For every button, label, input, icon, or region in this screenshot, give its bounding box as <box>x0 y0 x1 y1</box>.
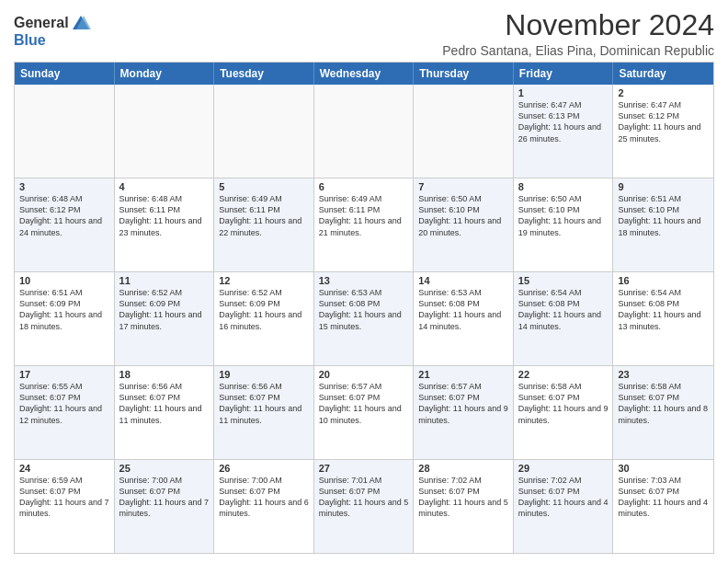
cell-info: Sunrise: 6:52 AM Sunset: 6:09 PM Dayligh… <box>119 287 210 332</box>
cell-info: Sunrise: 6:48 AM Sunset: 6:12 PM Dayligh… <box>19 193 109 238</box>
page: General Blue November 2024 Pedro Santana… <box>0 0 728 563</box>
calendar-row-2: 10Sunrise: 6:51 AM Sunset: 6:09 PM Dayli… <box>15 272 713 366</box>
calendar-cell: 27Sunrise: 7:01 AM Sunset: 6:07 PM Dayli… <box>314 460 415 553</box>
title-block: November 2024 Pedro Santana, Elias Pina,… <box>442 9 714 58</box>
day-number: 15 <box>518 275 609 286</box>
cell-info: Sunrise: 6:59 AM Sunset: 6:07 PM Dayligh… <box>19 475 109 520</box>
calendar-cell: 5Sunrise: 6:49 AM Sunset: 6:11 PM Daylig… <box>214 178 314 271</box>
calendar-cell: 24Sunrise: 6:59 AM Sunset: 6:07 PM Dayli… <box>15 460 115 553</box>
calendar-cell <box>414 85 514 178</box>
calendar-row-0: 1Sunrise: 6:47 AM Sunset: 6:13 PM Daylig… <box>15 85 713 178</box>
cell-info: Sunrise: 6:55 AM Sunset: 6:07 PM Dayligh… <box>19 381 109 426</box>
cell-info: Sunrise: 6:54 AM Sunset: 6:08 PM Dayligh… <box>518 287 609 332</box>
calendar-cell: 12Sunrise: 6:52 AM Sunset: 6:09 PM Dayli… <box>214 272 314 365</box>
calendar-cell: 10Sunrise: 6:51 AM Sunset: 6:09 PM Dayli… <box>15 272 115 365</box>
day-number: 2 <box>618 87 709 98</box>
calendar-body: 1Sunrise: 6:47 AM Sunset: 6:13 PM Daylig… <box>15 85 713 553</box>
cell-info: Sunrise: 6:58 AM Sunset: 6:07 PM Dayligh… <box>618 381 709 426</box>
calendar-cell: 25Sunrise: 7:00 AM Sunset: 6:07 PM Dayli… <box>115 460 215 553</box>
calendar: SundayMondayTuesdayWednesdayThursdayFrid… <box>14 62 714 554</box>
logo-blue-text: Blue <box>14 33 46 48</box>
calendar-row-1: 3Sunrise: 6:48 AM Sunset: 6:12 PM Daylig… <box>15 178 713 272</box>
day-number: 7 <box>418 181 508 192</box>
header-day-sunday: Sunday <box>15 63 115 85</box>
cell-info: Sunrise: 7:00 AM Sunset: 6:07 PM Dayligh… <box>119 475 210 520</box>
cell-info: Sunrise: 6:47 AM Sunset: 6:12 PM Dayligh… <box>618 99 709 144</box>
day-number: 21 <box>418 369 508 380</box>
header-day-wednesday: Wednesday <box>314 63 415 85</box>
calendar-cell: 19Sunrise: 6:56 AM Sunset: 6:07 PM Dayli… <box>214 366 314 459</box>
calendar-header: SundayMondayTuesdayWednesdayThursdayFrid… <box>15 63 713 85</box>
day-number: 28 <box>418 463 508 474</box>
location-title: Pedro Santana, Elias Pina, Dominican Rep… <box>442 43 714 58</box>
day-number: 19 <box>219 369 309 380</box>
calendar-cell <box>214 85 314 178</box>
calendar-cell: 17Sunrise: 6:55 AM Sunset: 6:07 PM Dayli… <box>15 366 115 459</box>
calendar-cell <box>15 85 115 178</box>
calendar-cell: 26Sunrise: 7:00 AM Sunset: 6:07 PM Dayli… <box>214 460 314 553</box>
day-number: 9 <box>618 181 709 192</box>
cell-info: Sunrise: 6:50 AM Sunset: 6:10 PM Dayligh… <box>518 193 609 238</box>
header-day-tuesday: Tuesday <box>214 63 314 85</box>
calendar-cell: 14Sunrise: 6:53 AM Sunset: 6:08 PM Dayli… <box>414 272 514 365</box>
header-day-friday: Friday <box>514 63 614 85</box>
logo-icon <box>71 13 91 33</box>
cell-info: Sunrise: 6:47 AM Sunset: 6:13 PM Dayligh… <box>518 99 609 144</box>
day-number: 11 <box>119 275 210 286</box>
day-number: 16 <box>618 275 709 286</box>
cell-info: Sunrise: 7:02 AM Sunset: 6:07 PM Dayligh… <box>518 475 609 520</box>
cell-info: Sunrise: 6:57 AM Sunset: 6:07 PM Dayligh… <box>418 381 508 426</box>
calendar-cell: 18Sunrise: 6:56 AM Sunset: 6:07 PM Dayli… <box>115 366 215 459</box>
calendar-cell: 16Sunrise: 6:54 AM Sunset: 6:08 PM Dayli… <box>613 272 713 365</box>
logo: General Blue <box>14 13 91 48</box>
day-number: 27 <box>319 463 409 474</box>
calendar-cell: 28Sunrise: 7:02 AM Sunset: 6:07 PM Dayli… <box>414 460 514 553</box>
cell-info: Sunrise: 6:56 AM Sunset: 6:07 PM Dayligh… <box>119 381 210 426</box>
day-number: 13 <box>319 275 409 286</box>
cell-info: Sunrise: 6:53 AM Sunset: 6:08 PM Dayligh… <box>319 287 409 332</box>
calendar-cell: 21Sunrise: 6:57 AM Sunset: 6:07 PM Dayli… <box>414 366 514 459</box>
cell-info: Sunrise: 6:49 AM Sunset: 6:11 PM Dayligh… <box>219 193 309 238</box>
cell-info: Sunrise: 6:49 AM Sunset: 6:11 PM Dayligh… <box>319 193 409 238</box>
calendar-cell: 11Sunrise: 6:52 AM Sunset: 6:09 PM Dayli… <box>115 272 215 365</box>
calendar-cell: 6Sunrise: 6:49 AM Sunset: 6:11 PM Daylig… <box>314 178 415 271</box>
header-day-monday: Monday <box>115 63 215 85</box>
cell-info: Sunrise: 6:58 AM Sunset: 6:07 PM Dayligh… <box>518 381 609 426</box>
day-number: 24 <box>19 463 109 474</box>
calendar-cell: 4Sunrise: 6:48 AM Sunset: 6:11 PM Daylig… <box>115 178 215 271</box>
calendar-cell: 20Sunrise: 6:57 AM Sunset: 6:07 PM Dayli… <box>314 366 415 459</box>
day-number: 26 <box>219 463 309 474</box>
calendar-cell: 9Sunrise: 6:51 AM Sunset: 6:10 PM Daylig… <box>613 178 713 271</box>
cell-info: Sunrise: 6:52 AM Sunset: 6:09 PM Dayligh… <box>219 287 309 332</box>
calendar-row-4: 24Sunrise: 6:59 AM Sunset: 6:07 PM Dayli… <box>15 460 713 553</box>
header-day-thursday: Thursday <box>414 63 514 85</box>
calendar-cell: 8Sunrise: 6:50 AM Sunset: 6:10 PM Daylig… <box>514 178 614 271</box>
day-number: 18 <box>119 369 210 380</box>
day-number: 30 <box>618 463 709 474</box>
calendar-cell: 22Sunrise: 6:58 AM Sunset: 6:07 PM Dayli… <box>514 366 614 459</box>
calendar-cell <box>314 85 415 178</box>
day-number: 25 <box>119 463 210 474</box>
day-number: 10 <box>19 275 109 286</box>
cell-info: Sunrise: 6:54 AM Sunset: 6:08 PM Dayligh… <box>618 287 709 332</box>
day-number: 6 <box>319 181 409 192</box>
calendar-cell: 3Sunrise: 6:48 AM Sunset: 6:12 PM Daylig… <box>15 178 115 271</box>
calendar-cell: 1Sunrise: 6:47 AM Sunset: 6:13 PM Daylig… <box>514 85 614 178</box>
cell-info: Sunrise: 7:01 AM Sunset: 6:07 PM Dayligh… <box>319 475 409 520</box>
calendar-cell: 2Sunrise: 6:47 AM Sunset: 6:12 PM Daylig… <box>613 85 713 178</box>
day-number: 3 <box>19 181 109 192</box>
calendar-cell: 13Sunrise: 6:53 AM Sunset: 6:08 PM Dayli… <box>314 272 415 365</box>
day-number: 4 <box>119 181 210 192</box>
header-day-saturday: Saturday <box>613 63 713 85</box>
cell-info: Sunrise: 7:00 AM Sunset: 6:07 PM Dayligh… <box>219 475 309 520</box>
cell-info: Sunrise: 7:03 AM Sunset: 6:07 PM Dayligh… <box>618 475 709 520</box>
day-number: 1 <box>518 87 609 98</box>
day-number: 8 <box>518 181 609 192</box>
day-number: 22 <box>518 369 609 380</box>
day-number: 5 <box>219 181 309 192</box>
day-number: 14 <box>418 275 508 286</box>
day-number: 17 <box>19 369 109 380</box>
cell-info: Sunrise: 6:51 AM Sunset: 6:09 PM Dayligh… <box>19 287 109 332</box>
calendar-cell: 23Sunrise: 6:58 AM Sunset: 6:07 PM Dayli… <box>613 366 713 459</box>
cell-info: Sunrise: 6:57 AM Sunset: 6:07 PM Dayligh… <box>319 381 409 426</box>
